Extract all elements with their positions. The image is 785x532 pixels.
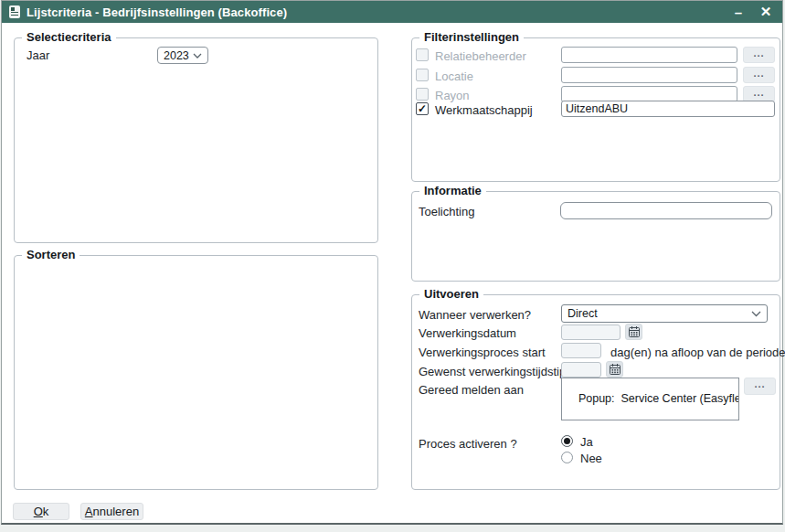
wanneer-verwerken-select[interactable]: Direct	[561, 304, 768, 323]
group-sorteren-legend: Sorteren	[22, 248, 80, 261]
verwerkingsdatum-input[interactable]	[561, 325, 621, 340]
gereed-melden-aan-label: Gereed melden aan	[419, 383, 524, 397]
minimize-button[interactable]: –	[729, 3, 748, 21]
toelichting-label: Toelichting	[419, 205, 474, 218]
gereed-melden-aan-browse-button[interactable]: ...	[744, 378, 776, 395]
werkmaatschappij-checkbox[interactable]	[416, 102, 429, 115]
verwerkingsproces-start-label: Verwerkingsproces start	[419, 346, 546, 359]
jaar-label: Jaar	[27, 48, 49, 62]
title-bar: Lijstcriteria - Bedrijfsinstellingen (Ba…	[2, 1, 782, 23]
gewenst-verwerkingstijdstip-calendar-button[interactable]	[606, 361, 623, 378]
annuleren-button[interactable]: Annuleren	[80, 503, 143, 520]
verwerkingsproces-start-input[interactable]	[561, 343, 601, 358]
verwerkingsdatum-label: Verwerkingsdatum	[419, 326, 516, 340]
relatiebeheerder-input[interactable]	[561, 47, 737, 63]
werkmaatschappij-label: Werkmaatschappij	[435, 103, 533, 117]
radio-nee-label: Nee	[580, 452, 602, 465]
list-report-icon	[9, 5, 20, 18]
werkmaatschappij-input[interactable]	[561, 101, 775, 117]
group-informatie-legend: Informatie	[419, 184, 486, 197]
locatie-checkbox[interactable]	[416, 69, 429, 81]
chevron-down-icon	[193, 53, 202, 59]
gereed-melden-aan-listbox[interactable]: Popup: Service Center (Easyflex)	[561, 378, 739, 420]
rayon-checkbox[interactable]	[416, 88, 429, 101]
relatiebeheerder-checkbox[interactable]	[416, 48, 429, 61]
group-filterinstellingen-legend: Filterinstellingen	[419, 30, 524, 44]
group-selectiecriteria-legend: Selectiecriteria	[22, 30, 116, 44]
ok-button-label: Ok	[34, 505, 49, 518]
close-button[interactable]: ✕	[757, 3, 775, 21]
gewenst-verwerkingstijdstip-label: Gewenst verwerkingstijdstip	[419, 365, 566, 378]
radio-ja[interactable]	[561, 435, 573, 447]
group-uitvoeren-legend: Uitvoeren	[419, 287, 483, 301]
radio-ja-label: Ja	[580, 435, 593, 449]
toelichting-input[interactable]	[560, 202, 772, 219]
verwerkingsdatum-calendar-button[interactable]	[625, 324, 642, 340]
proces-activeren-label: Proces activeren ?	[419, 437, 517, 451]
locatie-label: Locatie	[435, 69, 473, 83]
chevron-down-icon	[751, 311, 761, 317]
wanneer-verwerken-value: Direct	[568, 307, 598, 320]
ok-button[interactable]: Ok	[13, 503, 69, 520]
jaar-select[interactable]: 2023	[157, 47, 208, 64]
window-title: Lijstcriteria - Bedrijfsinstellingen (Ba…	[27, 5, 287, 19]
dialog-window: Lijstcriteria - Bedrijfsinstellingen (Ba…	[1, 0, 783, 525]
group-sorteren: Sorteren	[14, 255, 378, 490]
jaar-select-value: 2023	[164, 49, 189, 62]
verwerkingsproces-start-suffix: dag(en) na afloop van de periode	[610, 346, 785, 359]
wanneer-verwerken-label: Wanneer verwerken?	[419, 308, 531, 322]
calendar-icon	[629, 326, 640, 337]
gewenst-verwerkingstijdstip-input[interactable]	[561, 362, 601, 378]
radio-nee[interactable]	[561, 452, 573, 463]
calendar-icon	[610, 364, 621, 375]
relatiebeheerder-label: Relatiebeheerder	[435, 49, 526, 63]
locatie-input[interactable]	[561, 67, 737, 83]
relatiebeheerder-browse-button[interactable]: ...	[743, 47, 775, 63]
annuleren-button-label: Annuleren	[85, 505, 139, 518]
group-selectiecriteria: Selectiecriteria	[14, 37, 378, 243]
rayon-label: Rayon	[435, 89, 470, 102]
locatie-browse-button[interactable]: ...	[743, 67, 775, 83]
gereed-melden-aan-value: Popup: Service Center (Easyflex)	[578, 392, 739, 405]
